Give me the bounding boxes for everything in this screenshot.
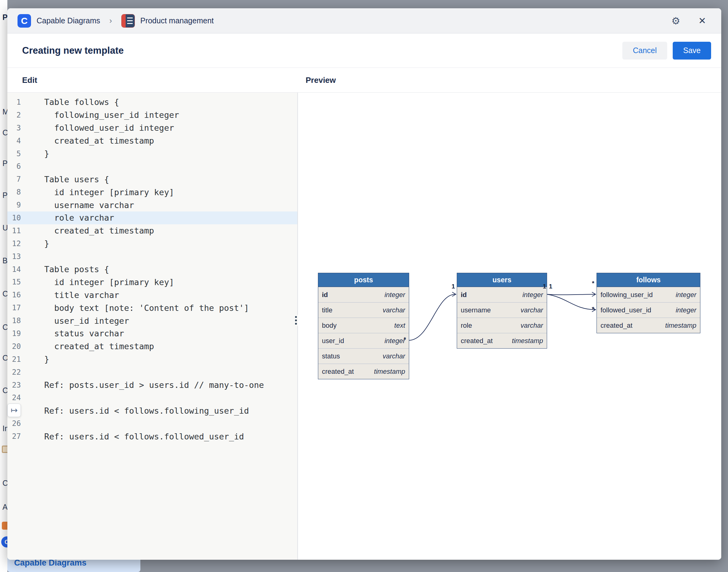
editor-line[interactable]: 3 followed_user_id integer [7, 122, 297, 134]
line-number: 6 [7, 162, 29, 170]
editor-line[interactable]: 6 [7, 160, 297, 173]
sidebar-fragment[interactable]: AP [2, 503, 7, 511]
line-number: 3 [7, 124, 29, 132]
editor-line[interactable]: 21} [7, 353, 297, 366]
line-number: 23 [7, 381, 29, 389]
editor-line[interactable]: 1Table follows { [7, 96, 297, 109]
line-text: followed_user_id integer [29, 123, 174, 133]
diagram-table-posts[interactable]: posts id integer title varchar body text… [318, 273, 409, 379]
table-field-row: status varchar [318, 348, 409, 364]
line-number: 14 [7, 265, 29, 274]
line-text: status varchar [29, 329, 124, 338]
diagram-table-follows[interactable]: follows following_user_id integer follow… [597, 273, 701, 333]
field-type: varchar [383, 306, 405, 314]
line-text: Table follows { [29, 97, 119, 107]
sidebar-fragment[interactable]: P [2, 13, 7, 22]
editor-line[interactable]: 12} [7, 237, 297, 250]
line-number: 4 [7, 137, 29, 145]
sidebar-fragment[interactable]: O [2, 354, 7, 362]
app-logo-icon[interactable]: C [17, 14, 31, 27]
panel-headers: Edit Preview [7, 68, 721, 93]
logo-circle-icon[interactable]: C [1, 537, 7, 548]
breadcrumb-app[interactable]: Capable Diagrams [37, 16, 100, 25]
table-field-row: id integer [318, 287, 409, 302]
editor-line[interactable]: 27Ref: users.id < follows.followed_user_… [7, 430, 297, 443]
table-field-row: followed_user_id integer [597, 302, 700, 317]
sidebar-fragment[interactable]: In [2, 424, 7, 433]
editor-line[interactable]: 8 id integer [primary key] [7, 186, 297, 199]
sidebar-fragment[interactable]: M [2, 108, 7, 116]
editor-line[interactable]: 25Ref: users.id < follows.following_user… [7, 404, 297, 417]
line-number: 5 [7, 149, 29, 158]
editor-line[interactable]: 7Table users { [7, 173, 297, 186]
table-field-row: body text [318, 317, 409, 333]
line-number: 17 [7, 303, 29, 312]
book-icon[interactable] [2, 445, 7, 453]
field-name: title [322, 306, 332, 314]
sidebar-fragment[interactable]: C [2, 128, 7, 137]
table-title: follows [597, 273, 700, 287]
diagram-preview: posts id integer title varchar body text… [298, 93, 721, 560]
editor-line[interactable]: 2 following_user_id integer [7, 109, 297, 122]
editor-line[interactable]: 11 created_at timestamp [7, 224, 297, 237]
close-icon[interactable]: ✕ [695, 13, 710, 28]
save-button[interactable]: Save [673, 42, 711, 60]
cardinality-label: * [592, 280, 594, 287]
sidebar-fragment[interactable]: P [2, 191, 7, 200]
editor-line[interactable]: 4 created_at timestamp [7, 134, 297, 147]
table-field-row: created_at timestamp [457, 333, 547, 348]
editor-line[interactable]: 22 [7, 366, 297, 379]
line-text: created_at timestamp [29, 136, 154, 145]
sidebar-fragment[interactable]: C [2, 289, 7, 298]
sidebar-fragment[interactable]: U [2, 223, 7, 232]
field-type: integer [676, 291, 696, 299]
field-name: user_id [322, 337, 344, 345]
sidebar-fragment[interactable]: C [2, 386, 7, 395]
field-type: varchar [521, 321, 543, 330]
field-type: integer [384, 291, 405, 299]
code-editor[interactable]: 1Table follows {2 following_user_id inte… [7, 93, 297, 560]
app-square-icon[interactable] [2, 522, 7, 530]
editor-line[interactable]: 24 [7, 391, 297, 404]
cancel-button[interactable]: Cancel [622, 42, 667, 60]
cardinality-label: * [592, 306, 594, 313]
line-number: 20 [7, 342, 29, 351]
cardinality-label: 1 [549, 283, 552, 290]
field-name: created_at [322, 368, 354, 376]
breadcrumb-page[interactable]: Product management [140, 16, 214, 25]
settings-gear-icon[interactable]: ⚙ [668, 13, 683, 28]
editor-line[interactable]: 19 status varchar [7, 327, 297, 340]
editor-line[interactable]: 5} [7, 147, 297, 160]
sidebar-fragment[interactable]: C [2, 479, 7, 488]
field-name: role [461, 321, 472, 330]
field-type: text [395, 321, 405, 330]
sidebar-fragment[interactable]: P [2, 159, 7, 168]
expand-sidebar-icon[interactable]: ↦ [7, 404, 21, 417]
line-text: id integer [primary key] [29, 277, 174, 287]
field-name: body [322, 321, 337, 330]
table-field-row: created_at timestamp [318, 364, 409, 379]
field-type: timestamp [374, 368, 405, 376]
editor-line[interactable]: 18 user_id integer [7, 314, 297, 327]
editor-line[interactable]: 13 [7, 250, 297, 263]
editor-line[interactable]: 23Ref: posts.user_id > users.id // many-… [7, 379, 297, 391]
line-number: 21 [7, 355, 29, 364]
cardinality-label: 1 [543, 283, 546, 290]
field-type: integer [676, 306, 696, 314]
editor-line[interactable]: 14Table posts { [7, 263, 297, 276]
line-number: 22 [7, 368, 29, 376]
modal-content: 1Table follows {2 following_user_id inte… [7, 93, 721, 560]
table-title: users [457, 273, 547, 287]
editor-line[interactable]: 15 id integer [primary key] [7, 276, 297, 288]
diagram-table-users[interactable]: users id integer username varchar role v… [457, 273, 547, 349]
sidebar-fragment[interactable]: B [2, 256, 7, 265]
sidebar-fragment[interactable]: C [2, 323, 7, 332]
editor-line[interactable]: 16 title varchar [7, 288, 297, 301]
editor-line[interactable]: 26 [7, 417, 297, 430]
editor-line[interactable]: 10 role varchar [7, 211, 297, 224]
editor-line[interactable]: 9 username varchar [7, 199, 297, 211]
editor-line[interactable]: 20 created_at timestamp [7, 340, 297, 353]
field-name: created_at [461, 337, 493, 345]
editor-line[interactable]: 17 body text [note: 'Content of the post… [7, 301, 297, 314]
table-title: posts [318, 273, 409, 287]
